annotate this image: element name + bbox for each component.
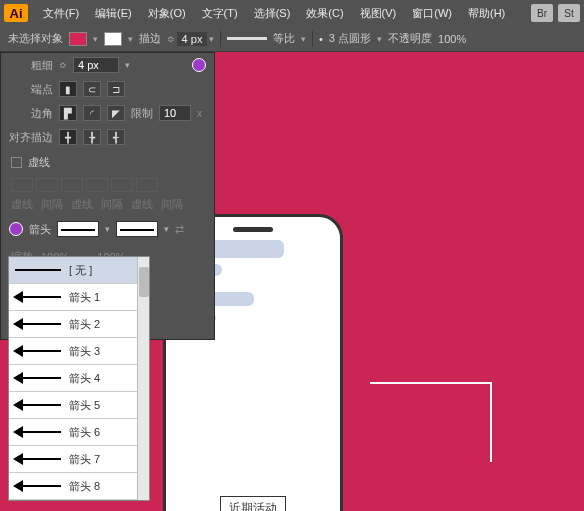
bridge-button[interactable]: Br — [531, 4, 553, 22]
stroke-label: 描边 — [139, 31, 161, 46]
cap-butt-button[interactable]: ▮ — [59, 81, 77, 97]
opacity-label: 不透明度 — [388, 31, 432, 46]
menu-edit[interactable]: 编辑(E) — [88, 3, 139, 24]
arrowhead-option[interactable]: 箭头 2 — [9, 311, 149, 338]
menu-file[interactable]: 文件(F) — [36, 3, 86, 24]
corner-round-button[interactable]: ◜ — [83, 105, 101, 121]
phone-speaker — [233, 227, 273, 232]
cap-round-button[interactable]: ⊂ — [83, 81, 101, 97]
menu-effect[interactable]: 效果(C) — [299, 3, 350, 24]
menubar: Ai 文件(F) 编辑(E) 对象(O) 文字(T) 选择(S) 效果(C) 视… — [0, 0, 584, 26]
arrowhead-option[interactable]: 箭头 1 — [9, 284, 149, 311]
stock-button[interactable]: St — [558, 4, 580, 22]
limit-label: 限制 — [131, 106, 153, 121]
stroke-swatch[interactable] — [104, 32, 122, 46]
arrowhead-label: 箭头 — [29, 222, 51, 237]
opacity-value: 100% — [438, 33, 466, 45]
dropdown-scrollbar[interactable] — [137, 257, 149, 500]
align-stroke-label: 对齐描边 — [9, 130, 53, 145]
no-selection-label: 未选择对象 — [8, 31, 63, 46]
arrowhead-option[interactable]: 箭头 3 — [9, 338, 149, 365]
chevron-down-icon[interactable]: ▾ — [125, 60, 130, 70]
arrowhead-option[interactable]: 箭头 4 — [9, 365, 149, 392]
chevron-down-icon[interactable]: ▾ — [128, 34, 133, 44]
menu-view[interactable]: 视图(V) — [353, 3, 404, 24]
stepper-icon[interactable]: ≎ — [59, 60, 67, 70]
corner-bevel-button[interactable]: ◤ — [107, 105, 125, 121]
ai-logo: Ai — [4, 4, 28, 22]
align-inside-button[interactable]: ╊ — [83, 129, 101, 145]
dash-pattern-inputs — [1, 176, 214, 194]
arrowhead-start-dropdown[interactable] — [57, 221, 99, 237]
swap-arrows-icon[interactable]: ⇄ — [175, 223, 184, 236]
scale-label: 等比 — [273, 31, 295, 46]
arrowhead-option[interactable]: 箭头 8 — [9, 473, 149, 500]
profile-preview[interactable] — [227, 37, 267, 40]
corner-label: 3 点圆形 — [329, 31, 371, 46]
menu-type[interactable]: 文字(T) — [195, 3, 245, 24]
dashed-line-checkbox[interactable]: 虚线 — [1, 149, 214, 176]
limit-input[interactable] — [159, 105, 191, 121]
arrowhead-option-none[interactable]: [ 无 ] — [9, 257, 149, 284]
cap-projecting-button[interactable]: ⊐ — [107, 81, 125, 97]
stroke-weight-dropdown[interactable]: ≎4 px▾ — [167, 32, 214, 46]
chevron-down-icon[interactable]: ▾ — [93, 34, 98, 44]
cap-label: 端点 — [9, 82, 53, 97]
align-center-button[interactable]: ╋ — [59, 129, 77, 145]
menu-object[interactable]: 对象(O) — [141, 3, 193, 24]
menu-select[interactable]: 选择(S) — [247, 3, 298, 24]
arrowhead-option[interactable]: 箭头 6 — [9, 419, 149, 446]
arrowhead-dropdown-list: [ 无 ] 箭头 1 箭头 2 箭头 3 箭头 4 箭头 5 箭头 6 箭头 7… — [8, 256, 150, 501]
menu-help[interactable]: 帮助(H) — [461, 3, 512, 24]
corner-label: 边角 — [9, 106, 53, 121]
control-bar: 未选择对象 ▾ ▾ 描边 ≎4 px▾ 等比▾ • 3 点圆形▾ 不透明度 10… — [0, 26, 584, 52]
corner-miter-button[interactable]: ▛ — [59, 105, 77, 121]
highlight-marker-icon — [9, 222, 23, 236]
weight-label: 粗细 — [9, 58, 53, 73]
recent-activity-button: 近期活动 — [220, 496, 286, 511]
weight-input[interactable] — [73, 57, 119, 73]
dash-labels: 虚线间隔虚线间隔虚线间隔 — [1, 194, 214, 215]
fill-swatch[interactable] — [69, 32, 87, 46]
arrowhead-option[interactable]: 箭头 7 — [9, 446, 149, 473]
menu-window[interactable]: 窗口(W) — [405, 3, 459, 24]
highlight-marker-icon — [192, 58, 206, 72]
arrowhead-option[interactable]: 箭头 5 — [9, 392, 149, 419]
arrowhead-end-dropdown[interactable] — [116, 221, 158, 237]
align-outside-button[interactable]: ╉ — [107, 129, 125, 145]
